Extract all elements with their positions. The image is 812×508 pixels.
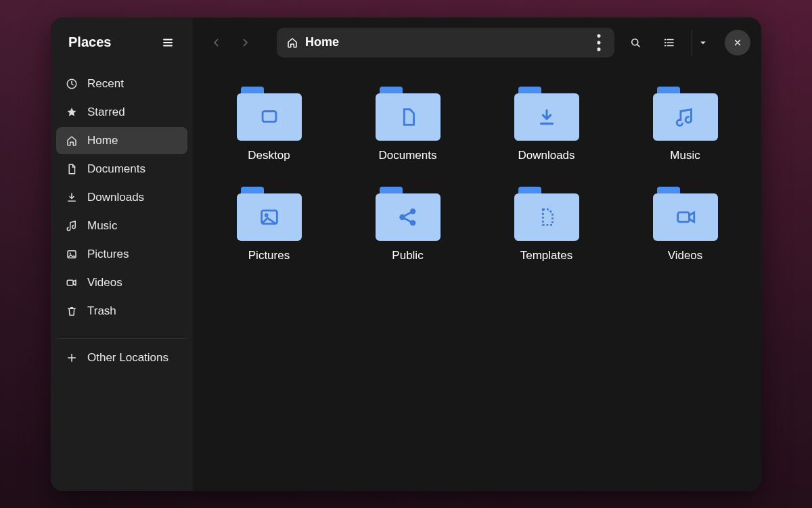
sidebar-item-other-locations[interactable]: Other Locations xyxy=(56,344,187,371)
path-bar[interactable]: Home xyxy=(277,28,614,57)
folder-icon xyxy=(376,187,441,241)
nav-buttons xyxy=(204,30,258,55)
sidebar-item-starred[interactable]: Starred xyxy=(56,99,187,126)
sidebar-item-label: Trash xyxy=(87,304,178,318)
folder-icon xyxy=(514,87,579,141)
folder-label: Pictures xyxy=(248,249,290,262)
caret-down-icon xyxy=(697,37,709,49)
chevron-left-icon xyxy=(210,37,223,49)
folder-icon xyxy=(237,87,302,141)
desktop-glyph-icon xyxy=(258,106,281,129)
forward-button[interactable] xyxy=(232,30,258,55)
folder-icon xyxy=(237,187,302,241)
other-locations-section: Other Locations xyxy=(56,338,187,371)
music-icon xyxy=(66,220,78,232)
music-glyph-icon xyxy=(674,106,697,129)
sidebar-item-label: Pictures xyxy=(87,248,178,261)
sidebar-item-label: Starred xyxy=(87,106,178,119)
folder-videos[interactable]: Videos xyxy=(638,184,733,265)
path-segment-home[interactable]: Home xyxy=(286,35,339,49)
folder-label: Desktop xyxy=(248,149,290,162)
sidebar-item-label: Music xyxy=(87,219,178,233)
sidebar-item-home[interactable]: Home xyxy=(56,127,187,154)
folder-icon xyxy=(376,87,441,141)
video-glyph-icon xyxy=(674,206,697,229)
sidebar-item-label: Downloads xyxy=(87,191,178,204)
download-icon xyxy=(66,191,78,204)
sidebar-header: Places xyxy=(51,18,193,68)
sidebar-item-label: Recent xyxy=(87,77,178,91)
folder-icon xyxy=(653,87,718,141)
folder-documents[interactable]: Documents xyxy=(361,84,455,165)
hamburger-icon xyxy=(162,37,174,49)
document-glyph-icon xyxy=(397,106,420,129)
content-scroll[interactable]: DesktopDocumentsDownloadsMusicPicturesPu… xyxy=(193,68,761,491)
search-icon xyxy=(629,37,641,49)
close-button[interactable] xyxy=(725,30,750,55)
sidebar-item-downloads[interactable]: Downloads xyxy=(56,184,187,211)
kebab-icon xyxy=(587,31,610,54)
sidebar-item-pictures[interactable]: Pictures xyxy=(56,241,187,268)
folder-label: Music xyxy=(670,149,700,162)
path-menu-button[interactable] xyxy=(587,31,610,54)
folder-public[interactable]: Public xyxy=(361,184,455,265)
sidebar: Places RecentStarredHomeDocumentsDownloa… xyxy=(51,18,193,491)
toolbar: Home xyxy=(193,18,761,68)
trash-icon xyxy=(66,305,78,317)
document-icon xyxy=(66,163,78,175)
clock-icon xyxy=(66,78,78,90)
star-icon xyxy=(66,106,78,118)
folder-downloads[interactable]: Downloads xyxy=(499,84,594,165)
folder-label: Videos xyxy=(668,249,703,262)
folder-templates[interactable]: Templates xyxy=(499,184,594,265)
plus-icon xyxy=(66,352,78,364)
folder-grid: DesktopDocumentsDownloadsMusicPicturesPu… xyxy=(213,84,741,265)
sidebar-item-label: Home xyxy=(87,134,178,147)
main-pane: Home DesktopDocumentsDownloadsMusicPictu… xyxy=(193,18,761,491)
folder-icon xyxy=(514,187,579,241)
chevron-right-icon xyxy=(239,37,251,49)
video-icon xyxy=(66,277,78,289)
sidebar-item-music[interactable]: Music xyxy=(56,212,187,239)
picture-glyph-icon xyxy=(258,206,281,229)
sidebar-item-label: Videos xyxy=(87,276,178,290)
home-icon xyxy=(286,37,298,49)
share-glyph-icon xyxy=(397,206,420,229)
path-label: Home xyxy=(305,35,339,49)
download-glyph-icon xyxy=(535,106,558,129)
sidebar-item-documents[interactable]: Documents xyxy=(56,156,187,183)
folder-desktop[interactable]: Desktop xyxy=(222,84,317,165)
picture-icon xyxy=(66,248,78,260)
template-glyph-icon xyxy=(535,206,558,229)
home-icon xyxy=(66,135,78,147)
folder-music[interactable]: Music xyxy=(638,84,733,165)
sidebar-item-label: Documents xyxy=(87,162,178,176)
view-list-button[interactable] xyxy=(656,30,682,55)
folder-label: Public xyxy=(392,249,423,262)
view-options-button[interactable] xyxy=(694,30,713,55)
list-icon xyxy=(663,37,675,49)
back-button[interactable] xyxy=(204,30,229,55)
sidebar-item-trash[interactable]: Trash xyxy=(56,298,187,325)
folder-label: Templates xyxy=(520,249,572,262)
close-icon xyxy=(733,38,742,47)
folder-pictures[interactable]: Pictures xyxy=(222,184,317,265)
sidebar-title: Places xyxy=(68,34,111,50)
hamburger-button[interactable] xyxy=(156,31,179,54)
sidebar-item-videos[interactable]: Videos xyxy=(56,269,187,296)
sidebar-item-recent[interactable]: Recent xyxy=(56,70,187,97)
file-manager-window: Places RecentStarredHomeDocumentsDownloa… xyxy=(51,18,761,491)
folder-label: Downloads xyxy=(518,149,574,162)
search-button[interactable] xyxy=(623,30,648,55)
view-options-group xyxy=(692,30,713,55)
folder-label: Documents xyxy=(379,149,437,162)
other-locations-label: Other Locations xyxy=(87,351,178,365)
places-list: RecentStarredHomeDocumentsDownloadsMusic… xyxy=(51,68,193,327)
folder-icon xyxy=(653,187,718,241)
